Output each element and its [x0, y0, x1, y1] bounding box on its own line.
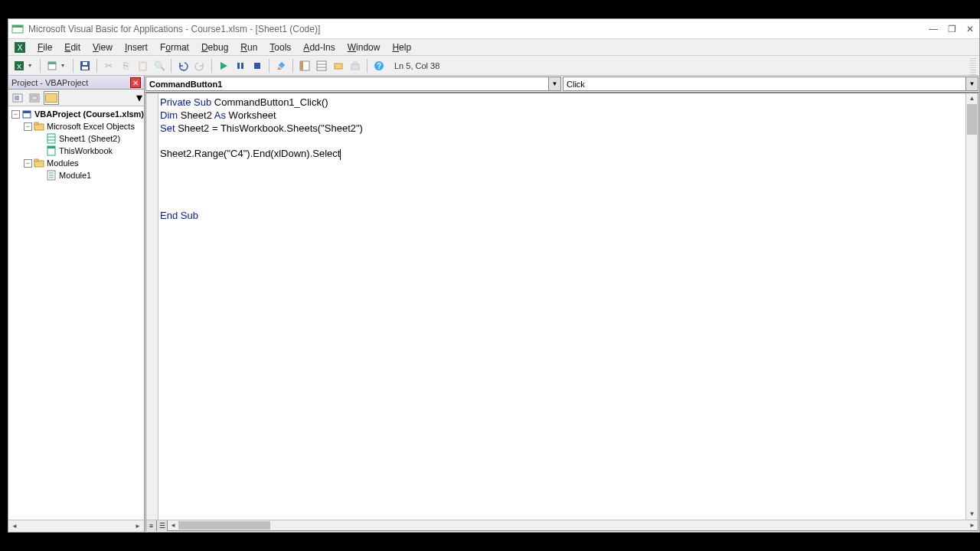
menu-window[interactable]: Window [341, 41, 387, 54]
toolbox-button[interactable] [348, 58, 363, 73]
sheet-icon [46, 133, 57, 144]
help-button[interactable]: ? [371, 58, 387, 73]
svg-rect-33 [34, 122, 38, 125]
dropdown-icon[interactable]: ▼ [548, 77, 560, 90]
cursor-position: Ln 5, Col 38 [394, 61, 439, 70]
undo-button[interactable] [175, 58, 191, 73]
procedure-view-button[interactable]: ≡ [146, 520, 157, 531]
save-button[interactable] [77, 58, 93, 73]
scroll-right-icon[interactable]: ► [967, 520, 978, 530]
full-module-view-button[interactable]: ☰ [157, 520, 168, 531]
menu-file[interactable]: File [31, 41, 58, 54]
project-icon [21, 109, 32, 119]
panel-options-icon[interactable]: ▾ [136, 90, 142, 105]
procedure-combobox[interactable]: Click ▼ [563, 77, 978, 91]
properties-button[interactable] [314, 58, 329, 73]
project-hscroll[interactable]: ◄ ► [8, 520, 144, 532]
toggle-folders-button[interactable] [44, 91, 59, 105]
svg-rect-12 [241, 63, 243, 69]
cut-button[interactable]: ✂ [101, 58, 116, 73]
excel-icon[interactable]: X [13, 41, 27, 54]
insert-button[interactable] [44, 58, 60, 73]
menu-addins[interactable]: Add-Ins [297, 41, 341, 54]
code-margin [146, 93, 158, 530]
svg-rect-20 [335, 64, 342, 69]
object-combobox[interactable]: CommandButton1 ▼ [145, 77, 561, 91]
menu-format[interactable]: Format [154, 41, 195, 54]
editor-hscroll[interactable]: ≡ ☰ ◄ ► [146, 520, 978, 530]
menu-edit[interactable]: Edit [58, 41, 87, 54]
menu-run[interactable]: Run [234, 41, 263, 54]
tree-root[interactable]: − VBAProject (Course1.xlsm) [8, 108, 144, 120]
paste-button[interactable]: 📋 [135, 58, 150, 73]
vscroll-thumb[interactable] [967, 104, 977, 135]
titlebar: Microsoft Visual Basic for Applications … [8, 19, 979, 39]
project-explorer: Project - VBAProject ✕ ▾ − VBAProject (C… [8, 76, 145, 532]
run-button[interactable] [216, 58, 231, 73]
tree-thisworkbook-label: ThisWorkbook [59, 146, 113, 155]
tree-root-label: VBAProject (Course1.xlsm) [34, 109, 144, 119]
toolbar: X ▾ ▾ ✂ ⎘ 📋 🔍 ? Ln 5, Col 38 [8, 56, 979, 76]
reset-button[interactable] [250, 58, 265, 73]
menu-debug[interactable]: Debug [195, 41, 234, 54]
tree-thisworkbook[interactable]: ThisWorkbook [8, 145, 144, 157]
scroll-left-icon[interactable]: ◄ [8, 523, 21, 530]
collapse-icon[interactable]: − [24, 122, 32, 131]
scroll-right-icon[interactable]: ► [132, 523, 144, 530]
text-caret [340, 149, 341, 160]
svg-rect-9 [82, 67, 88, 70]
view-code-button[interactable] [10, 91, 25, 105]
tree-sheet1[interactable]: Sheet1 (Sheet2) [8, 132, 144, 145]
svg-rect-31 [23, 111, 31, 113]
hscroll-thumb[interactable] [178, 521, 270, 530]
collapse-icon[interactable]: − [11, 110, 20, 119]
object-browser-button[interactable] [331, 58, 346, 73]
close-button[interactable]: ✕ [964, 24, 976, 34]
menu-view[interactable]: View [87, 41, 119, 54]
insert-dropdown-icon[interactable]: ▾ [61, 62, 69, 69]
svg-rect-13 [254, 63, 260, 69]
copy-button[interactable]: ⎘ [118, 58, 133, 73]
window-title: Microsoft Visual Basic for Applications … [28, 24, 927, 34]
scroll-left-icon[interactable]: ◄ [168, 520, 178, 530]
maximize-button[interactable]: ❐ [946, 24, 958, 34]
scroll-down-icon[interactable]: ▼ [966, 509, 978, 520]
break-button[interactable] [233, 58, 248, 73]
object-combo-value: CommandButton1 [149, 80, 222, 89]
panel-close-button[interactable]: ✕ [130, 77, 141, 88]
module-icon [46, 170, 57, 181]
menu-tools[interactable]: Tools [263, 41, 297, 54]
menu-help[interactable]: Help [386, 41, 417, 54]
code-content[interactable]: Private Sub CommandButton1_Click() Dim S… [160, 96, 965, 520]
vba-ide-window: Microsoft Visual Basic for Applications … [8, 18, 980, 533]
tree-sheet1-label: Sheet1 (Sheet2) [59, 134, 120, 143]
tree-modules-label: Modules [47, 158, 79, 168]
toolbar-grip[interactable] [970, 57, 976, 75]
collapse-icon[interactable]: − [24, 159, 32, 168]
menubar: X File Edit View Insert Format Debug Run… [8, 39, 979, 56]
svg-rect-11 [237, 63, 240, 69]
code-editor[interactable]: Private Sub CommandButton1_Click() Dim S… [145, 93, 978, 531]
find-button[interactable]: 🔍 [152, 58, 167, 73]
view-object-button[interactable] [27, 91, 42, 105]
editor-vscroll[interactable]: ▲ ▼ [965, 93, 978, 520]
menu-insert[interactable]: Insert [119, 41, 154, 54]
procedure-combo-value: Click [567, 80, 585, 89]
workbook-icon [46, 145, 57, 156]
view-dropdown-icon[interactable]: ▾ [28, 62, 36, 69]
project-explorer-button[interactable] [297, 58, 312, 73]
svg-rect-10 [83, 62, 87, 65]
tree-module1-label: Module1 [59, 171, 91, 180]
redo-button[interactable] [192, 58, 207, 73]
tree-excel-objects[interactable]: − Microsoft Excel Objects [8, 120, 144, 132]
tree-modules[interactable]: − Modules [8, 157, 144, 169]
project-panel-toolbar: ▾ [8, 90, 144, 106]
view-excel-button[interactable]: X [11, 58, 27, 73]
scroll-up-icon[interactable]: ▲ [966, 93, 978, 104]
svg-rect-7 [48, 62, 56, 64]
dropdown-icon[interactable]: ▼ [965, 77, 978, 90]
minimize-button[interactable]: ― [927, 24, 939, 34]
app-icon [11, 23, 24, 35]
design-mode-button[interactable] [273, 58, 289, 73]
tree-module1[interactable]: Module1 [8, 169, 144, 181]
